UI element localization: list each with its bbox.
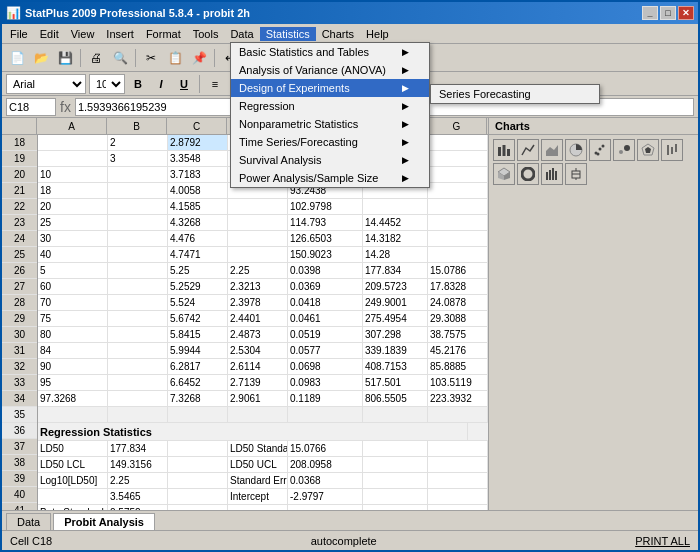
cell-f40[interactable] [363,489,428,504]
cell-a21[interactable]: 18 [38,183,108,198]
chart-line-button[interactable] [517,139,539,161]
cell-e29[interactable]: 0.0461 [288,311,363,326]
cell-f24[interactable]: 14.3182 [363,231,428,246]
cell-e33[interactable]: 0.0983 [288,375,363,390]
menu-insert[interactable]: Insert [100,27,140,41]
cell-b24[interactable] [108,231,168,246]
cell-d34[interactable]: 2.9061 [228,391,288,406]
cell-a37[interactable]: LD50 [38,441,108,456]
cell-c23[interactable]: 4.3268 [168,215,228,230]
cell-g23[interactable] [428,215,488,230]
cell-c38[interactable] [168,457,228,472]
cell-b26[interactable] [108,263,168,278]
cell-g39[interactable] [428,473,488,488]
cell-g28[interactable]: 24.0878 [428,295,488,310]
cell-b19[interactable]: 3 [108,151,168,166]
menu-file[interactable]: File [4,27,34,41]
chart-stock-button[interactable] [661,139,683,161]
cell-b25[interactable] [108,247,168,262]
menu-view[interactable]: View [65,27,101,41]
cell-e22[interactable]: 102.9798 [288,199,363,214]
cell-f37[interactable] [363,441,428,456]
cell-a25[interactable]: 40 [38,247,108,262]
cell-f31[interactable]: 339.1839 [363,343,428,358]
cell-a38[interactable]: LD50 LCL [38,457,108,472]
cell-d33[interactable]: 2.7139 [228,375,288,390]
cell-e26[interactable]: 0.0398 [288,263,363,278]
cell-e25[interactable]: 150.9023 [288,247,363,262]
cell-a31[interactable]: 84 [38,343,108,358]
cell-c18[interactable]: 2.8792 [168,135,228,150]
cell-c22[interactable]: 4.1585 [168,199,228,214]
cell-c29[interactable]: 5.6742 [168,311,228,326]
cell-f25[interactable]: 14.28 [363,247,428,262]
cell-e39[interactable]: 0.0368 [288,473,363,488]
cell-f33[interactable]: 517.501 [363,375,428,390]
cell-d37[interactable]: LD50 Standard Error [228,441,288,456]
menu-item-survival[interactable]: Survival Analysis ▶ [231,151,429,169]
chart-bar-button[interactable] [493,139,515,161]
cell-e38[interactable]: 208.0958 [288,457,363,472]
cell-g31[interactable]: 45.2176 [428,343,488,358]
chart-area-button[interactable] [541,139,563,161]
cell-c20[interactable]: 3.7183 [168,167,228,182]
cell-d22[interactable] [228,199,288,214]
cell-b20[interactable] [108,167,168,182]
cell-a22[interactable]: 20 [38,199,108,214]
chart-scatter-button[interactable] [589,139,611,161]
cell-b27[interactable] [108,279,168,294]
cell-a32[interactable]: 90 [38,359,108,374]
menu-edit[interactable]: Edit [34,27,65,41]
cell-e37[interactable]: 15.0766 [288,441,363,456]
chart-radar-button[interactable] [637,139,659,161]
cell-f32[interactable]: 408.7153 [363,359,428,374]
menu-tools[interactable]: Tools [187,27,225,41]
bold-button[interactable]: B [128,75,148,93]
cell-f23[interactable]: 14.4452 [363,215,428,230]
cell-a27[interactable]: 60 [38,279,108,294]
copy-button[interactable]: 📋 [164,47,186,69]
print-all-button[interactable]: PRINT ALL [635,535,690,547]
cell-reference-input[interactable] [6,98,56,116]
cell-b37[interactable]: 177.834 [108,441,168,456]
cell-b31[interactable] [108,343,168,358]
cell-b38[interactable]: 149.3156 [108,457,168,472]
cell-a23[interactable]: 25 [38,215,108,230]
cell-e40[interactable]: -2.9797 [288,489,363,504]
cell-b34[interactable] [108,391,168,406]
cell-b23[interactable] [108,215,168,230]
cell-a18[interactable] [38,135,108,150]
chart-box-button[interactable] [565,163,587,185]
cell-e30[interactable]: 0.0519 [288,327,363,342]
tab-probit-analysis[interactable]: Probit Analysis [53,513,155,530]
cell-e27[interactable]: 0.0369 [288,279,363,294]
cell-c21[interactable]: 4.0058 [168,183,228,198]
cell-d39[interactable]: Standard Error [228,473,288,488]
cell-d23[interactable] [228,215,288,230]
open-button[interactable]: 📂 [30,47,52,69]
cell-b18[interactable]: 2 [108,135,168,150]
cell-f29[interactable]: 275.4954 [363,311,428,326]
cell-a33[interactable]: 95 [38,375,108,390]
cell-b32[interactable] [108,359,168,374]
menu-item-series-forecasting[interactable]: Series Forecasting [431,85,599,103]
cell-f26[interactable]: 177.834 [363,263,428,278]
print-button[interactable]: 🖨 [85,47,107,69]
cell-g29[interactable]: 29.3088 [428,311,488,326]
cell-g32[interactable]: 85.8885 [428,359,488,374]
menu-help[interactable]: Help [360,27,395,41]
cell-f34[interactable]: 806.5505 [363,391,428,406]
paste-button[interactable]: 📌 [188,47,210,69]
maximize-button[interactable]: □ [660,6,676,20]
cell-g34[interactable]: 223.3932 [428,391,488,406]
cell-g19[interactable] [428,151,488,166]
cell-c28[interactable]: 5.524 [168,295,228,310]
cell-a40[interactable] [38,489,108,504]
cell-b33[interactable] [108,375,168,390]
cell-a30[interactable]: 80 [38,327,108,342]
menu-item-time-series[interactable]: Time Series/Forecasting ▶ [231,133,429,151]
menu-charts[interactable]: Charts [316,27,360,41]
preview-button[interactable]: 🔍 [109,47,131,69]
cell-g27[interactable]: 17.8328 [428,279,488,294]
cell-e32[interactable]: 0.0698 [288,359,363,374]
